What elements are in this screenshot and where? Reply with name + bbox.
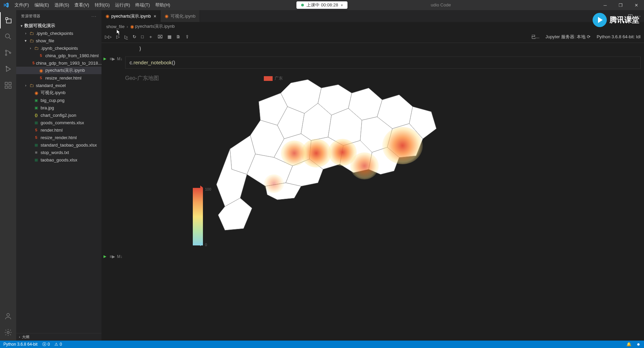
run-cell-icon[interactable]: ▶ [104, 57, 106, 61]
menu-run[interactable]: 运行(R) [112, 2, 133, 8]
run-below-icon[interactable]: ▷̲ [124, 34, 128, 39]
svg-point-2 [5, 54, 7, 56]
restart-icon[interactable]: ↻ [133, 34, 136, 39]
folder-item[interactable]: ›🗀standard_excel [16, 82, 101, 89]
menu-view[interactable]: 查看(V) [72, 2, 92, 8]
jupyter-icon: ◉ [106, 14, 109, 19]
svg-point-10 [7, 331, 9, 333]
file-item[interactable]: ◉可视化.ipynb [16, 89, 101, 96]
notifications-icon[interactable]: 🔔 [626, 342, 631, 347]
source-control-icon[interactable] [0, 45, 16, 61]
file-item[interactable]: {}chart_config2.json [16, 111, 101, 119]
visualmap-bar[interactable] [193, 188, 203, 245]
explorer-icon[interactable] [0, 12, 16, 28]
extensions-icon[interactable] [0, 77, 16, 93]
menu-select[interactable]: 选择(S) [52, 2, 72, 8]
map-chart[interactable]: 100 0 [193, 73, 450, 249]
file-item[interactable]: ▦taobao_goods.xlsx [16, 156, 101, 164]
explorer-sidebar: 资源管理器 ··· ▾数据可视化演示 ›🗀.ipynb_checkpoints▾… [16, 10, 101, 341]
feedback-icon[interactable]: ☻ [636, 342, 641, 347]
menu-go[interactable]: 转到(G) [92, 2, 113, 8]
chart-title: Geo-广东地图 [125, 75, 159, 82]
close-button[interactable]: ✕ [628, 0, 644, 10]
export-icon[interactable]: ⇪ [185, 34, 189, 39]
status-bar: Python 3.6.8 64-bit ⓧ 0 ⚠ 0 🔔 ☻ [0, 341, 644, 348]
maximize-button[interactable]: ❐ [613, 0, 628, 10]
interrupt-icon[interactable]: □ [141, 34, 144, 39]
vscode-logo-icon [0, 2, 12, 8]
run-line-icon[interactable]: ≡▶ [110, 254, 115, 259]
file-item[interactable]: ▣big_cup.png [16, 96, 101, 104]
file-item[interactable]: 5china_gdp_from_1993_to_2018.... [16, 59, 101, 67]
run-all-icon[interactable]: ▷▷ [105, 34, 112, 39]
folder-item[interactable]: ▾🗀show_file [16, 37, 101, 44]
play-icon [593, 13, 607, 27]
code-editor[interactable]: c.render_notebook() [125, 57, 641, 69]
class-status-text: 上课中 00:08:28 [306, 2, 338, 8]
tab-pyecharts[interactable]: ◉ pyecharts演示.ipynb × [101, 10, 161, 22]
file-item[interactable]: ▦goods_comments.xlsx [16, 119, 101, 126]
jupyter-server-status[interactable]: Jupyter 服务器: 本地 ⟳ [546, 34, 591, 40]
folder-item[interactable]: ›🗀.ipynb_checkpoints [16, 29, 101, 37]
cell-4[interactable]: [4] ▶ ≡▶ M↓ c.render_notebook() [101, 55, 644, 71]
folder-item[interactable]: ›🗀.ipynb_checkpoints [16, 44, 101, 52]
visualmap-top-handle[interactable] [200, 186, 203, 190]
trust-status[interactable]: 已... [531, 34, 539, 40]
folder-root[interactable]: ▾数据可视化演示 [16, 22, 101, 29]
file-item[interactable]: 5china_gdp_from_1980.html [16, 52, 101, 59]
cell-5[interactable]: [5] ▶ ≡▶ M↓ [101, 252, 644, 262]
menu-file[interactable]: 文件(F) [12, 2, 32, 8]
activity-bar [0, 10, 16, 341]
markdown-icon[interactable]: M↓ [117, 254, 122, 259]
close-icon[interactable]: × [154, 14, 156, 19]
run-line-icon[interactable]: ≡▶ [110, 57, 115, 61]
file-item[interactable]: 5resize_render.html [16, 74, 101, 82]
notebook-toolbar: ▷▷ ▷̄ ▷̲ ↻ □ ＋ ⌧ ▦ 🗎 ⇪ 已... Jupyter 服务器:… [101, 31, 644, 43]
cursor-icon [116, 29, 121, 35]
file-item[interactable]: ▣bra.jpg [16, 104, 101, 111]
menu-help[interactable]: 帮助(H) [153, 2, 173, 8]
breadcrumb[interactable]: show_file› ◉pyecharts演示.ipynb [101, 22, 644, 31]
menu-edit[interactable]: 编辑(E) [32, 2, 52, 8]
svg-point-9 [7, 313, 9, 316]
errors-count[interactable]: ⓧ 0 [42, 342, 50, 347]
more-icon[interactable]: ··· [92, 14, 97, 18]
account-icon[interactable] [0, 308, 16, 324]
minimize-button[interactable]: ─ [597, 0, 613, 10]
window-title: pyecharts演udio Code [173, 2, 597, 8]
add-cell-icon[interactable]: ＋ [148, 34, 153, 40]
save-icon[interactable]: 🗎 [176, 34, 181, 39]
file-item[interactable]: ≡stop_words.txt [16, 149, 101, 156]
editor-tabs: ◉ pyecharts演示.ipynb × ◉ 可视化.ipynb ◫ ··· [101, 10, 644, 22]
python-version[interactable]: Python 3.6.8 64-bit [3, 342, 38, 347]
sidebar-title: 资源管理器 ··· [16, 10, 101, 22]
main-menu: 文件(F) 编辑(E) 选择(S) 查看(V) 转到(G) 运行(R) 终端(T… [12, 2, 173, 8]
tab-visualization[interactable]: ◉ 可视化.ipynb [161, 10, 200, 22]
file-item[interactable]: ▦standard_taobao_goods.xlsx [16, 141, 101, 149]
file-tree: ▾数据可视化演示 ›🗀.ipynb_checkpoints▾🗀show_file… [16, 22, 101, 164]
visualmap-bottom-handle[interactable] [200, 242, 203, 246]
code-fragment: ) [101, 43, 644, 55]
svg-rect-8 [9, 82, 11, 85]
gear-icon[interactable] [0, 324, 16, 341]
kernel-status[interactable]: Python 3.6.8 64-bit: Idl [597, 34, 641, 39]
outline-section[interactable]: ›大纲 [16, 333, 101, 341]
svg-rect-6 [5, 86, 7, 88]
markdown-icon[interactable]: M↓ [117, 57, 122, 61]
visualmap-max-label: 100 [205, 187, 211, 191]
svg-point-0 [5, 34, 9, 38]
debug-icon[interactable] [0, 61, 16, 77]
file-item[interactable]: ◉pyecharts演示.ipynb [16, 67, 101, 74]
search-icon[interactable] [0, 28, 16, 45]
variables-icon[interactable]: ▦ [167, 34, 171, 39]
menu-terminal[interactable]: 终端(T) [133, 2, 153, 8]
warnings-count[interactable]: ⚠ 0 [54, 342, 62, 347]
visualmap-min-label: 0 [205, 243, 207, 247]
clear-output-icon[interactable]: ⌧ [158, 34, 163, 39]
file-item[interactable]: 5render.html [16, 126, 101, 134]
svg-rect-7 [9, 86, 11, 88]
run-cell-icon[interactable]: ▶ [104, 254, 106, 259]
file-item[interactable]: 5resize_render.html [16, 134, 101, 141]
notebook-body[interactable]: ) [4] ▶ ≡▶ M↓ c.render_notebook() Geo-广东… [101, 43, 644, 341]
class-status-overlay[interactable]: 上课中 00:08:28 ▾ [296, 1, 347, 9]
